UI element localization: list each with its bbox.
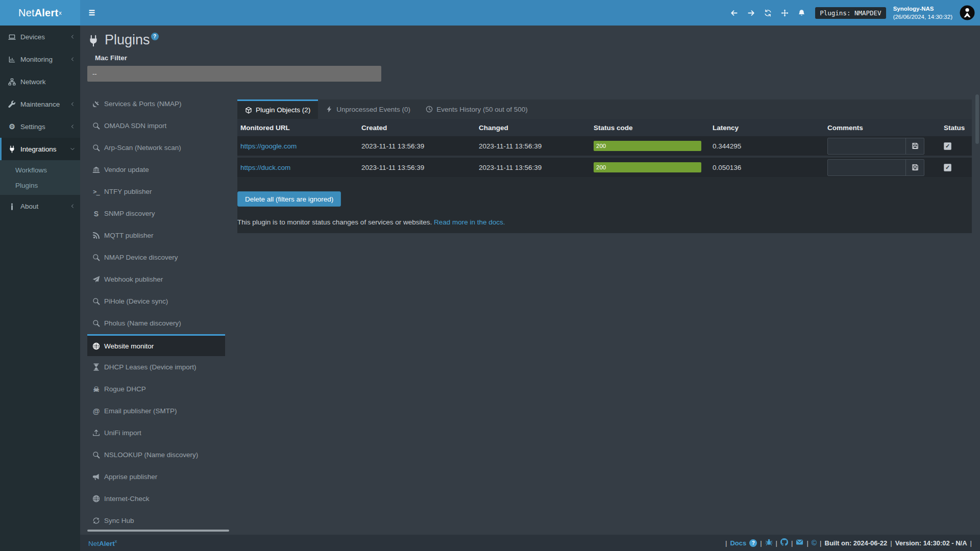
sitemap-icon [8,78,16,86]
footer: NetAlertx |Docs?||||©|Built on: 2024-06-… [80,535,980,551]
plug-icon [87,33,100,47]
plugin-menu-item-vendor-update[interactable]: Vendor update [87,159,225,181]
created-cell: 2023-11-11 13:56:39 [358,157,476,177]
footer-separator: | [806,539,808,547]
sidebar-item-settings[interactable]: ⚙Settings [0,115,80,138]
plugin-menu-item-label: Sync Hub [104,517,134,524]
plugin-menu-item-snmp-discovery[interactable]: SSNMP discovery [87,203,225,224]
plugin-menu-item-rogue-dhcp[interactable]: ☠Rogue DHCP [87,378,225,400]
sidebar-item-monitoring[interactable]: Monitoring [0,48,80,70]
mac-filter-input[interactable] [87,66,381,82]
monitored-url-link[interactable]: https://duck.com [240,164,290,171]
arrow-right-button[interactable] [743,0,760,26]
save-comment-button[interactable] [905,160,924,176]
sidebar-toggle-button[interactable]: ☰ [80,0,104,26]
column-header-status: Status [941,119,972,136]
help-badge[interactable]: ? [151,33,159,40]
sidebar-subitem-label: Plugins [15,182,38,189]
plugin-menu-item-mqtt-publisher[interactable]: MQTT publisher [87,224,225,246]
plugin-menu-item-services-ports-nmap[interactable]: Services & Ports (NMAP) [87,93,225,115]
tab-plugin-objects-2[interactable]: Plugin Objects (2) [237,99,318,119]
search-icon [92,122,100,130]
tab-label: Unprocessed Events (0) [336,106,410,113]
sidebar-subitem-plugins[interactable]: Plugins [0,178,80,193]
arrow-left-button[interactable] [726,0,743,26]
brand-prefix: Net [18,7,35,19]
docs-link[interactable]: Read more in the docs. [434,218,505,226]
plugin-description: This plugin is to monitor status changes… [237,218,505,226]
gear-icon: ⚙ [8,123,16,130]
plugin-menu-item-label: Pholus (Name discovery) [104,319,181,327]
plugin-menu-item-pholus-name-discovery[interactable]: Pholus (Name discovery) [87,312,225,334]
github-link[interactable] [780,538,788,547]
sidebar-item-maintenance[interactable]: Maintenance [0,93,80,115]
sidebar-subitem-workflows[interactable]: Workflows [0,162,80,178]
footer-docs-link[interactable]: Docs [730,539,746,547]
plugin-menu-item-webhook-publisher[interactable]: Webhook publisher [87,268,225,290]
table-row: https://duck.com2023-11-11 13:56:392023-… [237,157,972,177]
plugin-menu-item-unifi-import[interactable]: UniFi import [87,422,225,444]
comments-cell [824,136,941,157]
status-cell: ✓ [941,136,972,157]
page-scrollbar[interactable] [975,94,979,144]
footer-separator: | [890,539,892,547]
plugin-menu-item-sync-hub[interactable]: Sync Hub [87,510,225,532]
comment-input[interactable] [828,138,905,154]
plugin-menu-item-dhcp-leases-device-import[interactable]: DHCP Leases (Device import) [87,356,225,378]
plugin-menu-item-ntfy-publisher[interactable]: >_NTFY publisher [87,181,225,203]
sidebar-item-label: Network [20,78,46,86]
sidebar-item-label: About [20,203,38,210]
status-code-cell: 200 [591,157,709,177]
sidebar-item-network[interactable]: Network [0,70,80,93]
plugin-menu-item-label: OMADA SDN import [104,122,166,130]
plugin-menu-item-label: PiHole (Device sync) [104,297,168,305]
footer-separator: | [820,539,821,547]
plugin-menu-item-pihole-device-sync[interactable]: PiHole (Device sync) [87,290,225,312]
bell-button[interactable] [793,0,810,26]
move-button[interactable] [776,0,793,26]
user-avatar[interactable] [960,5,975,20]
search-icon [92,254,100,261]
plugin-menu-item-email-publisher-smtp[interactable]: @Email publisher (SMTP) [87,400,225,422]
footer-separator: | [725,539,727,547]
footer-brand-sup: x [115,539,117,544]
plugin-menu-scrollbar[interactable] [87,530,229,532]
sidebar-subitem-label: Workflows [15,166,47,174]
sidebar-item-about[interactable]: About [0,195,80,217]
email-link[interactable] [796,538,803,547]
monitored-url-link[interactable]: https://google.com [240,142,297,150]
plugin-menu-item-apprise-publisher[interactable]: Apprise publisher [87,466,225,488]
app-logo[interactable]: NetAlertx [0,0,80,26]
plugin-menu-item-internet-check[interactable]: Internet-Check [87,488,225,510]
save-comment-button[interactable] [905,138,924,154]
sidebar-item-label: Devices [20,33,45,41]
status-checkbox[interactable]: ✓ [944,164,951,171]
comment-input[interactable] [828,160,905,176]
plugin-menu-item-omada-sdn-import[interactable]: OMADA SDN import [87,115,225,137]
question-icon[interactable]: ? [749,539,757,547]
skull-icon: ☠ [92,386,100,393]
navbar-right: Plugins: NMAPDEV Synology-NAS (26/06/202… [726,0,980,26]
copyright-link[interactable]: © [812,539,817,547]
bullhorn-icon [92,473,100,481]
delete-all-button[interactable]: Delete all (filters are ignored) [237,191,341,207]
sidebar-item-devices[interactable]: Devices [0,26,80,48]
plugin-menu-item-arp-scan-network-scan[interactable]: Arp-Scan (Network scan) [87,137,225,159]
refresh-button[interactable] [760,0,776,26]
footer-brand[interactable]: NetAlertx [88,539,117,547]
sidebar-item-label: Maintenance [20,101,60,108]
chevron-left-icon [70,102,75,107]
at-icon: @ [92,408,100,415]
plugin-menu-item-nslookup-name-discovery[interactable]: NSLOOKUP (Name discovery) [87,444,225,466]
plugin-menu-item-nmap-device-discovery[interactable]: NMAP Device discovery [87,246,225,268]
plugin-menu-item-label: DHCP Leases (Device import) [104,363,197,371]
status-checkbox[interactable]: ✓ [944,142,951,150]
tab-events-history-50-out-of-500[interactable]: Events History (50 out of 500) [418,99,535,119]
tab-unprocessed-events-0[interactable]: Unprocessed Events (0) [318,99,418,119]
bug-report-link[interactable] [765,538,773,547]
latency-cell: 0.344295 [709,136,824,157]
table-body: https://google.com2023-11-11 13:56:39202… [237,136,972,177]
mac-filter-label: Mac Filter [95,54,127,62]
plugin-menu-item-website-monitor[interactable]: Website monitor [87,334,225,356]
sidebar-item-integrations[interactable]: Integrations [0,138,80,160]
